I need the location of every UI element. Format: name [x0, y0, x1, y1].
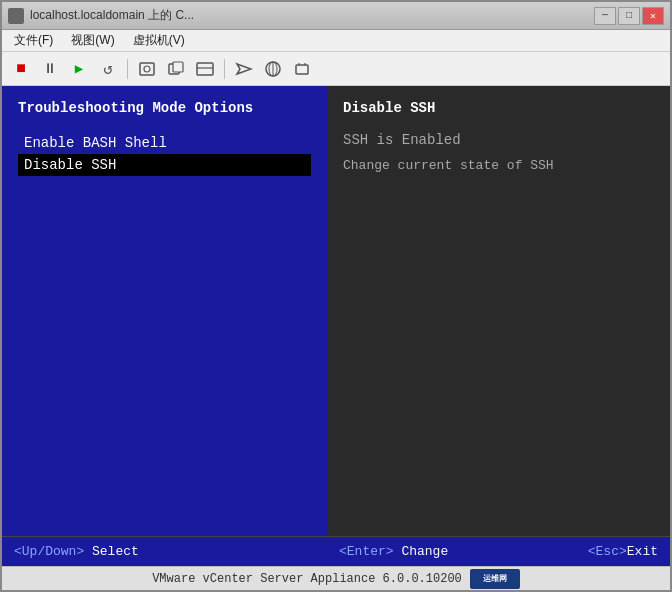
shortcuts-bar: <Up/Down> Select <Enter> Change <Esc>Exi… [2, 536, 670, 566]
right-panel-description: Change current state of SSH [343, 158, 654, 173]
right-shortcuts: <Enter> Change <Esc>Exit [339, 544, 658, 559]
title-bar: localhost.localdomain 上的 C... ─ □ ✕ [2, 2, 670, 30]
removable-button[interactable] [289, 56, 315, 82]
logo-text: 运维网 [483, 573, 507, 584]
status-bar: VMware vCenter Server Appliance 6.0.0.10… [2, 566, 670, 590]
stop-button[interactable]: ■ [8, 56, 34, 82]
svg-rect-4 [197, 63, 213, 75]
snapshot-button[interactable] [192, 56, 218, 82]
toolbar-separator-2 [224, 59, 225, 79]
menu-list: Enable BASH Shell Disable SSH [18, 132, 311, 176]
enter-shortcut: <Enter> Change [339, 544, 448, 559]
stop-icon: ■ [16, 60, 26, 78]
option-enable-bash[interactable]: Enable BASH Shell [18, 132, 311, 154]
window-title: localhost.localdomain 上的 C... [30, 7, 194, 24]
network-icon [264, 60, 282, 78]
pause-button[interactable]: ⏸ [37, 56, 63, 82]
play-button[interactable]: ▶ [66, 56, 92, 82]
play-icon: ▶ [75, 60, 83, 77]
clone-button[interactable] [163, 56, 189, 82]
menu-file[interactable]: 文件(F) [6, 30, 61, 51]
left-shortcuts: <Up/Down> Select [14, 544, 339, 559]
title-bar-left: localhost.localdomain 上的 C... [8, 7, 194, 24]
esc-shortcut: <Esc>Exit [588, 544, 658, 559]
status-text: VMware vCenter Server Appliance 6.0.0.10… [152, 572, 462, 586]
main-content: Troubleshooting Mode Options Enable BASH… [2, 86, 670, 566]
snapshot-icon [196, 60, 214, 78]
minimize-button[interactable]: ─ [594, 7, 616, 25]
screenshot-icon [138, 60, 156, 78]
refresh-button[interactable]: ↺ [95, 56, 121, 82]
panels: Troubleshooting Mode Options Enable BASH… [2, 86, 670, 536]
right-panel-status: SSH is Enabled [343, 132, 654, 148]
nav-shortcut: <Up/Down> Select [14, 544, 139, 559]
left-panel: Troubleshooting Mode Options Enable BASH… [2, 86, 327, 536]
left-panel-title: Troubleshooting Mode Options [18, 100, 311, 116]
menu-bar: 文件(F) 视图(W) 虚拟机(V) [2, 30, 670, 52]
refresh-icon: ↺ [103, 59, 113, 79]
svg-point-1 [144, 66, 150, 72]
send-key-button[interactable] [231, 56, 257, 82]
menu-vm[interactable]: 虚拟机(V) [125, 30, 193, 51]
main-window: localhost.localdomain 上的 C... ─ □ ✕ 文件(F… [0, 0, 672, 592]
window-controls: ─ □ ✕ [594, 7, 664, 25]
status-logo: 运维网 [470, 569, 520, 589]
screenshot-button[interactable] [134, 56, 160, 82]
removable-icon [293, 60, 311, 78]
svg-marker-6 [237, 64, 251, 74]
svg-rect-3 [173, 62, 183, 72]
right-panel-title: Disable SSH [343, 100, 654, 116]
toolbar: ■ ⏸ ▶ ↺ [2, 52, 670, 86]
option-disable-ssh[interactable]: Disable SSH [18, 154, 311, 176]
window-icon [8, 8, 24, 24]
svg-rect-0 [140, 63, 154, 75]
toolbar-separator-1 [127, 59, 128, 79]
menu-view[interactable]: 视图(W) [63, 30, 122, 51]
maximize-button[interactable]: □ [618, 7, 640, 25]
right-panel: Disable SSH SSH is Enabled Change curren… [327, 86, 670, 536]
svg-rect-10 [296, 65, 308, 74]
send-key-icon [235, 60, 253, 78]
clone-icon [167, 60, 185, 78]
pause-icon: ⏸ [43, 61, 57, 77]
close-button[interactable]: ✕ [642, 7, 664, 25]
network-button[interactable] [260, 56, 286, 82]
